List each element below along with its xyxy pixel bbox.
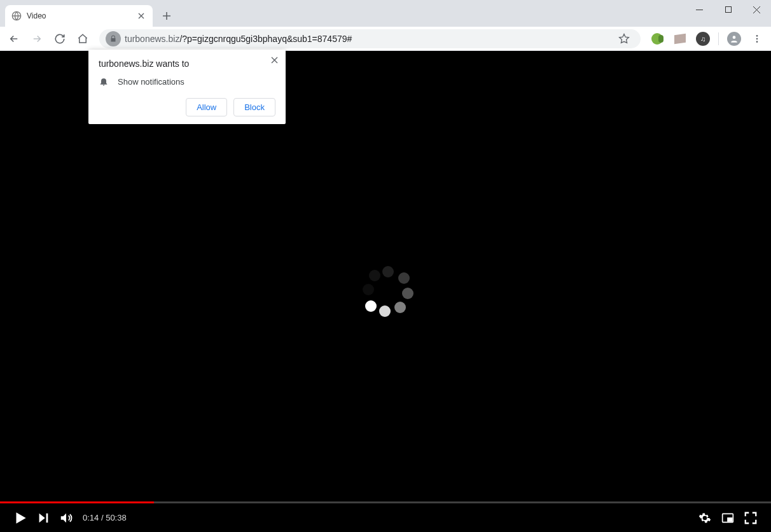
prompt-permission-text: Show notifications	[118, 77, 184, 87]
video-time: 0:14 / 50:38	[83, 513, 127, 522]
fullscreen-icon[interactable]	[739, 507, 762, 529]
bell-icon	[99, 76, 109, 87]
video-progress-played	[0, 501, 154, 503]
extension-1-icon[interactable]	[647, 29, 667, 49]
video-progress-bar[interactable]	[0, 501, 771, 503]
prompt-close-icon[interactable]	[268, 53, 281, 66]
extension-2-icon[interactable]	[670, 29, 690, 49]
allow-button[interactable]: Allow	[186, 98, 227, 116]
loading-spinner-icon	[363, 266, 413, 317]
video-controls: 0:14 / 50:38	[0, 501, 771, 532]
browser-tab-strip: Video	[0, 0, 771, 27]
address-bar[interactable]: turbonews.biz/?p=gizgcnrqgu5gi3bphayq&su…	[99, 29, 641, 48]
url-text: turbonews.biz/?p=gizgcnrqgu5gi3bphayq&su…	[125, 34, 614, 44]
svg-rect-7	[728, 518, 732, 521]
play-button[interactable]	[9, 507, 32, 529]
maximize-button[interactable]	[714, 0, 742, 19]
minimize-button[interactable]	[685, 0, 714, 19]
forward-button[interactable]	[27, 29, 47, 49]
new-tab-button[interactable]	[158, 7, 176, 25]
prompt-title: turbonews.biz wants to	[99, 59, 275, 69]
browser-tab[interactable]: Video	[5, 5, 153, 27]
toolbar-divider	[718, 32, 719, 45]
block-button[interactable]: Block	[233, 98, 275, 116]
window-controls	[685, 0, 771, 20]
back-button[interactable]	[4, 29, 24, 49]
close-tab-icon[interactable]	[136, 11, 146, 21]
window-close-button[interactable]	[742, 0, 771, 19]
svg-point-4	[756, 38, 758, 39]
bookmark-star-icon[interactable]	[614, 29, 634, 49]
extension-music-icon[interactable]: ♫	[693, 29, 713, 49]
notification-permission-prompt: turbonews.biz wants to Show notification…	[88, 50, 286, 124]
site-info-button[interactable]	[106, 31, 121, 46]
svg-point-3	[756, 35, 758, 37]
tab-title: Video	[27, 11, 136, 20]
svg-point-2	[733, 36, 736, 39]
globe-icon	[11, 11, 22, 21]
volume-button[interactable]	[55, 507, 78, 529]
home-button[interactable]	[73, 29, 93, 49]
miniplayer-icon[interactable]	[716, 507, 739, 529]
kebab-menu-icon[interactable]	[747, 29, 767, 49]
svg-point-5	[756, 41, 758, 43]
reload-button[interactable]	[50, 29, 70, 49]
settings-gear-icon[interactable]	[693, 507, 716, 529]
browser-toolbar: turbonews.biz/?p=gizgcnrqgu5gi3bphayq&su…	[0, 27, 771, 51]
next-button[interactable]	[32, 507, 55, 529]
profile-avatar[interactable]	[724, 29, 744, 49]
svg-rect-1	[725, 7, 731, 13]
